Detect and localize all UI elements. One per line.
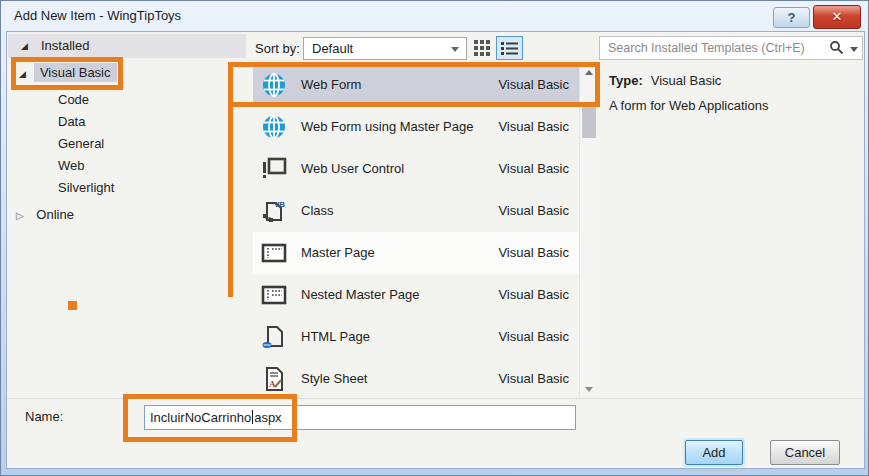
chevron-down-icon <box>451 47 459 52</box>
template-row-class[interactable]: VB Class Visual Basic <box>253 190 579 232</box>
template-row-style-sheet[interactable]: A Style Sheet Visual Basic <box>253 358 579 397</box>
collapsed-triangle-icon: ▷ <box>16 210 24 221</box>
template-name: Style Sheet <box>301 358 368 397</box>
tree-node-visual-basic-label: Visual Basic <box>34 63 117 82</box>
tree-node-visual-basic[interactable]: ◢Visual Basic <box>19 61 117 85</box>
svg-text:A: A <box>269 379 276 389</box>
svg-text:VB: VB <box>274 200 285 209</box>
tree-node-general[interactable]: General <box>58 133 104 155</box>
close-icon: ✕ <box>832 9 843 24</box>
type-label: Type: <box>609 73 643 88</box>
name-value-before-caret: IncluirNoCarrinho <box>150 410 251 425</box>
template-name: Web Form <box>301 64 361 106</box>
web-form-icon <box>261 114 287 140</box>
window-title: Add New Item - WingTipToys <box>14 8 181 23</box>
template-list-scrollbar[interactable] <box>579 63 598 397</box>
help-icon: ? <box>788 10 796 25</box>
template-language: Visual Basic <box>498 232 569 274</box>
style-sheet-icon: A <box>261 366 287 392</box>
web-form-icon <box>261 72 287 98</box>
template-row-master-page[interactable]: Master Page Visual Basic <box>253 232 579 274</box>
list-view-icon <box>501 40 519 56</box>
tree-group-installed[interactable]: ◢ Installed <box>8 34 246 58</box>
sort-by-value: Default <box>312 41 353 56</box>
template-row-nested-master-page[interactable]: Nested Master Page Visual Basic <box>253 274 579 316</box>
template-language: Visual Basic <box>498 316 569 358</box>
template-language: Visual Basic <box>498 274 569 316</box>
template-name: Class <box>301 190 334 232</box>
tree-node-code[interactable]: Code <box>58 89 89 111</box>
scroll-down-icon[interactable] <box>585 387 593 392</box>
search-input[interactable]: Search Installed Templates (Ctrl+E) <box>599 36 863 60</box>
template-row-web-form-master[interactable]: Web Form using Master Page Visual Basic <box>253 106 579 148</box>
tree-node-silverlight[interactable]: Silverlight <box>58 177 114 199</box>
sort-by-label: Sort by: <box>255 37 300 61</box>
master-page-icon <box>261 240 287 266</box>
tree-group-installed-label: Installed <box>41 34 89 58</box>
add-button[interactable]: Add <box>685 440 743 465</box>
template-list: Web Form Visual Basic Web Form using Mas… <box>253 63 579 397</box>
tree-group-online[interactable]: ▷ Online <box>16 204 74 226</box>
cancel-button[interactable]: Cancel <box>770 440 840 465</box>
sort-by-dropdown[interactable]: Default <box>303 37 467 60</box>
chevron-down-icon <box>850 47 858 52</box>
nested-master-page-icon <box>261 282 287 308</box>
template-language: Visual Basic <box>498 358 569 397</box>
tree-node-data[interactable]: Data <box>58 111 85 133</box>
type-value: Visual Basic <box>651 73 722 88</box>
template-name: Web User Control <box>301 148 404 190</box>
tree-node-web[interactable]: Web <box>58 155 85 177</box>
web-user-control-icon <box>261 156 287 182</box>
close-button[interactable]: ✕ <box>813 5 861 29</box>
add-new-item-dialog: Add New Item - WingTipToys ? ✕ ◢ Install… <box>0 0 869 476</box>
template-name: Master Page <box>301 232 375 274</box>
grid-view-button[interactable] <box>473 39 493 58</box>
name-label: Name: <box>25 405 63 429</box>
grid-view-icon <box>473 39 491 57</box>
template-language: Visual Basic <box>498 148 569 190</box>
search-placeholder: Search Installed Templates (Ctrl+E) <box>608 37 805 59</box>
scrollbar-thumb[interactable] <box>582 103 596 138</box>
template-row-web-user-control[interactable]: Web User Control Visual Basic <box>253 148 579 190</box>
tree-group-online-label: Online <box>36 207 74 222</box>
name-value-after-caret: aspx <box>254 410 281 425</box>
template-language: Visual Basic <box>498 64 569 106</box>
text-caret <box>252 410 253 424</box>
expanded-triangle-icon: ◢ <box>21 34 28 58</box>
list-view-button[interactable] <box>496 36 523 60</box>
search-icon <box>829 40 844 55</box>
template-row-html-page[interactable]: HTML Page Visual Basic <box>253 316 579 358</box>
template-name: Web Form using Master Page <box>301 106 473 148</box>
template-row-web-form[interactable]: Web Form Visual Basic <box>253 64 579 106</box>
template-name: Nested Master Page <box>301 274 420 316</box>
html-page-icon <box>261 324 287 350</box>
scroll-up-icon[interactable] <box>585 70 593 75</box>
template-name: HTML Page <box>301 316 370 358</box>
template-description: A form for Web Applications <box>609 98 768 113</box>
name-input[interactable]: IncluirNoCarrinhoaspx <box>144 405 576 430</box>
template-language: Visual Basic <box>498 106 569 148</box>
vb-class-icon: VB <box>261 198 287 224</box>
footer-divider <box>7 398 864 399</box>
template-type-row: Type:Visual Basic <box>609 73 721 88</box>
template-language: Visual Basic <box>498 190 569 232</box>
help-button[interactable]: ? <box>773 7 810 28</box>
expanded-triangle-icon: ◢ <box>19 69 26 79</box>
